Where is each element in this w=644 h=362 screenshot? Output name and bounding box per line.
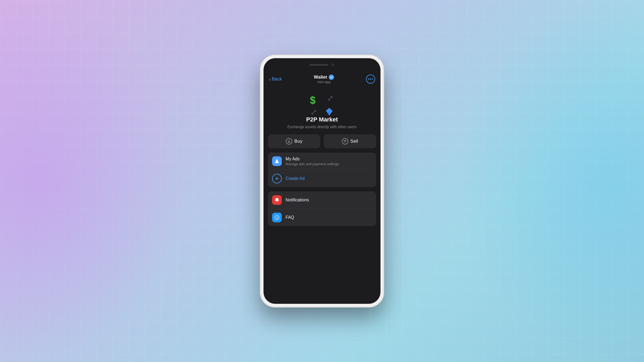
notifications-icon — [272, 195, 282, 205]
create-ad-content: Create Ad — [286, 176, 372, 181]
notifications-title: Notifications — [286, 198, 367, 202]
header-title-row: Wallet — [314, 75, 334, 80]
three-dots-icon: ••• — [368, 77, 373, 82]
my-ads-icon — [272, 156, 282, 166]
hero-title: P2P Market — [306, 116, 338, 123]
notifications-item[interactable]: Notifications › — [268, 191, 376, 209]
notifications-chevron-icon: › — [370, 197, 372, 203]
content-area: $ P2P Market — [264, 87, 380, 304]
notch — [305, 61, 339, 69]
sell-button[interactable]: Sell — [324, 134, 376, 148]
settings-section: Notifications › ? FAQ › — [268, 191, 376, 226]
background-glow-left — [0, 0, 188, 362]
sword-icon — [328, 96, 333, 101]
p2p-icon-cluster: $ — [310, 95, 334, 116]
create-ad-label[interactable]: Create Ad — [286, 176, 305, 181]
back-chevron-icon: ‹ — [269, 76, 271, 82]
back-label[interactable]: Back — [272, 76, 282, 82]
faq-chevron-icon: › — [370, 215, 372, 220]
faq-content: FAQ — [286, 215, 367, 220]
faq-item[interactable]: ? FAQ › — [268, 209, 376, 226]
svg-point-3 — [276, 160, 278, 161]
buy-icon — [286, 138, 292, 145]
hero-subtitle: Exchange assets directly with other user… — [287, 125, 357, 129]
background-glow-right — [456, 0, 644, 362]
create-ad-item[interactable]: Create Ad — [268, 170, 376, 187]
faq-icon: ? — [272, 213, 282, 222]
notifications-content: Notifications — [286, 198, 367, 202]
notch-area — [264, 58, 380, 72]
verified-badge-icon — [329, 75, 334, 80]
phone-screen: ‹ Back Wallet mini-app ••• — [264, 58, 380, 304]
my-ads-chevron-icon: › — [370, 158, 372, 164]
header-center: Wallet mini-app — [314, 75, 334, 84]
sell-icon — [342, 138, 348, 145]
back-button[interactable]: ‹ Back — [269, 76, 282, 82]
app-subtitle: mini-app — [317, 80, 331, 84]
notch-pill — [310, 64, 328, 66]
arrow-left-icon — [311, 110, 316, 115]
ton-diamond-icon — [324, 106, 334, 116]
buy-label: Buy — [294, 139, 302, 144]
svg-text:?: ? — [276, 216, 278, 219]
hero-section: $ P2P Market — [264, 87, 380, 134]
my-ads-subtitle: Manage ads and payment settings — [286, 162, 367, 166]
dollar-icon: $ — [310, 95, 316, 106]
my-ads-title: My Ads — [286, 157, 367, 161]
action-buttons: Buy Sell — [264, 134, 380, 148]
ads-section: My Ads Manage ads and payment settings › — [268, 153, 376, 187]
menu-button[interactable]: ••• — [366, 75, 375, 84]
app-header: ‹ Back Wallet mini-app ••• — [264, 72, 380, 87]
faq-title: FAQ — [286, 215, 367, 220]
app-title: Wallet — [314, 75, 327, 80]
my-ads-content: My Ads Manage ads and payment settings — [286, 157, 367, 166]
phone-frame: ‹ Back Wallet mini-app ••• — [260, 55, 384, 307]
notch-camera — [331, 63, 334, 67]
my-ads-item[interactable]: My Ads Manage ads and payment settings › — [268, 153, 376, 170]
create-ad-icon — [272, 174, 282, 183]
buy-button[interactable]: Buy — [268, 134, 320, 148]
sell-label: Sell — [350, 139, 358, 144]
